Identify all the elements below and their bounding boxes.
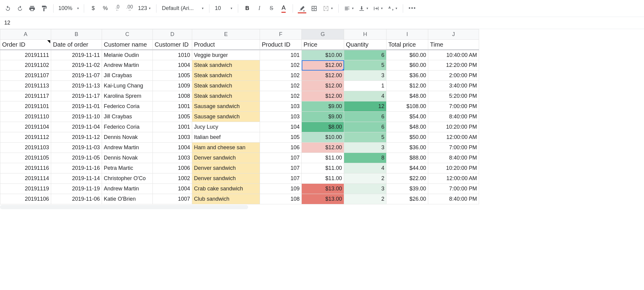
cell-G[interactable]: $12.00: [302, 91, 344, 101]
cell-I[interactable]: $50.00: [386, 132, 428, 143]
decrease-decimal-button[interactable]: .0←: [112, 3, 123, 14]
cell-I[interactable]: $26.00: [386, 194, 428, 204]
cell-G[interactable]: $12.00: [302, 71, 344, 81]
column-header-B[interactable]: B: [51, 29, 102, 40]
cell-J[interactable]: 7:00:00 PM: [428, 143, 479, 153]
cell-B[interactable]: 2019-11-05: [51, 153, 102, 163]
cell-I[interactable]: $36.00: [386, 143, 428, 153]
cell-G[interactable]: $9.00: [302, 101, 344, 112]
cell-E[interactable]: Jucy Lucy: [192, 122, 260, 132]
column-header-A[interactable]: A: [0, 29, 51, 40]
cell-J[interactable]: 7:00:00 PM: [428, 184, 479, 194]
cell-A[interactable]: 20191106: [0, 194, 51, 204]
header-cell-J[interactable]: Time: [428, 40, 479, 50]
cell-D[interactable]: 1010: [153, 50, 192, 60]
cell-G[interactable]: $12.00: [302, 60, 344, 71]
cell-A[interactable]: 20191113: [0, 81, 51, 91]
cell-C[interactable]: Dennis Novak: [102, 132, 153, 143]
cell-H[interactable]: 3: [344, 143, 386, 153]
cell-H[interactable]: 6: [344, 112, 386, 122]
cell-J[interactable]: 2:00:00 PM: [428, 71, 479, 81]
cell-H[interactable]: 2: [344, 173, 386, 184]
cell-H[interactable]: 5: [344, 60, 386, 71]
cell-A[interactable]: 20191105: [0, 153, 51, 163]
cell-H[interactable]: 12: [344, 101, 386, 112]
cell-B[interactable]: 2019-11-07: [51, 71, 102, 81]
cell-J[interactable]: 5:20:00 PM: [428, 91, 479, 101]
cell-D[interactable]: 1005: [153, 112, 192, 122]
cell-J[interactable]: 8:40:00 PM: [428, 194, 479, 204]
cell-D[interactable]: 1003: [153, 153, 192, 163]
cell-C[interactable]: Jill Craybas: [102, 112, 153, 122]
cell-B[interactable]: 2019-11-02: [51, 60, 102, 71]
number-format-dropdown[interactable]: 123: [136, 3, 153, 14]
cell-C[interactable]: Kai-Lung Chang: [102, 81, 153, 91]
more-toolbar-button[interactable]: •••: [407, 3, 418, 14]
cell-G[interactable]: $10.00: [302, 132, 344, 143]
borders-button[interactable]: [309, 3, 320, 14]
cell-J[interactable]: 10:20:00 PM: [428, 163, 479, 173]
column-header-I[interactable]: I: [386, 29, 428, 40]
cell-C[interactable]: Andrew Martin: [102, 184, 153, 194]
cell-E[interactable]: Denver sandwich: [192, 163, 260, 173]
cell-E[interactable]: Club sandwich: [192, 194, 260, 204]
column-header-F[interactable]: F: [260, 29, 302, 40]
header-cell-F[interactable]: Product ID: [260, 40, 302, 50]
cell-E[interactable]: Sausage sandwich: [192, 112, 260, 122]
italic-button[interactable]: I: [254, 3, 265, 14]
cell-E[interactable]: Steak sandwich: [192, 81, 260, 91]
cell-H[interactable]: 4: [344, 163, 386, 173]
cell-A[interactable]: 20191117: [0, 91, 51, 101]
cell-D[interactable]: 1004: [153, 143, 192, 153]
cell-J[interactable]: 12:00:00 AM: [428, 132, 479, 143]
cell-D[interactable]: 1005: [153, 71, 192, 81]
cell-F[interactable]: 108: [260, 194, 302, 204]
cell-A[interactable]: 20191111: [0, 50, 51, 60]
cell-G[interactable]: $9.00: [302, 112, 344, 122]
cell-H[interactable]: 3: [344, 184, 386, 194]
cell-B[interactable]: 2019-11-06: [51, 194, 102, 204]
cell-J[interactable]: 8:40:00 PM: [428, 153, 479, 163]
cell-E[interactable]: Ham and cheese san: [192, 143, 260, 153]
cell-F[interactable]: 104: [260, 122, 302, 132]
cell-B[interactable]: 2019-11-10: [51, 112, 102, 122]
cell-E[interactable]: Steak sandwich: [192, 91, 260, 101]
column-header-J[interactable]: J: [428, 29, 479, 40]
cell-A[interactable]: 20191112: [0, 132, 51, 143]
header-cell-C[interactable]: Customer name: [102, 40, 153, 50]
cell-C[interactable]: Dennis Novak: [102, 153, 153, 163]
cell-A[interactable]: 20191101: [0, 101, 51, 112]
cell-J[interactable]: 8:40:00 PM: [428, 112, 479, 122]
cell-C[interactable]: Katie O'Brien: [102, 194, 153, 204]
cell-B[interactable]: 2019-11-14: [51, 173, 102, 184]
header-cell-A[interactable]: Order ID: [0, 40, 51, 50]
cell-C[interactable]: Jill Craybas: [102, 71, 153, 81]
spreadsheet-grid[interactable]: ABCDEFGHIJ Order IDDate of orderCustomer…: [0, 29, 644, 209]
cell-F[interactable]: 107: [260, 173, 302, 184]
cell-H[interactable]: 4: [344, 91, 386, 101]
cell-C[interactable]: Andrew Martin: [102, 60, 153, 71]
column-header-H[interactable]: H: [344, 29, 386, 40]
cell-I[interactable]: $39.00: [386, 184, 428, 194]
cell-E[interactable]: Veggie burger: [192, 50, 260, 60]
cell-C[interactable]: Federico Coria: [102, 122, 153, 132]
column-header-G[interactable]: G: [302, 29, 344, 40]
cell-D[interactable]: 1006: [153, 163, 192, 173]
cell-A[interactable]: 20191102: [0, 60, 51, 71]
cell-D[interactable]: 1002: [153, 173, 192, 184]
strike-button[interactable]: S: [266, 3, 277, 14]
cell-I[interactable]: $108.00: [386, 101, 428, 112]
cell-G[interactable]: $13.00: [302, 194, 344, 204]
cell-E[interactable]: Steak sandwich: [192, 71, 260, 81]
cell-A[interactable]: 20191119: [0, 184, 51, 194]
increase-decimal-button[interactable]: .00→: [124, 3, 135, 14]
cell-F[interactable]: 109: [260, 184, 302, 194]
header-cell-B[interactable]: Date of order: [51, 40, 102, 50]
cell-D[interactable]: 1003: [153, 132, 192, 143]
cell-H[interactable]: 6: [344, 122, 386, 132]
column-header-E[interactable]: E: [192, 29, 260, 40]
cell-G[interactable]: $12.00: [302, 81, 344, 91]
cell-F[interactable]: 103: [260, 101, 302, 112]
merge-cells-dropdown[interactable]: [321, 3, 335, 14]
cell-I[interactable]: $60.00: [386, 60, 428, 71]
